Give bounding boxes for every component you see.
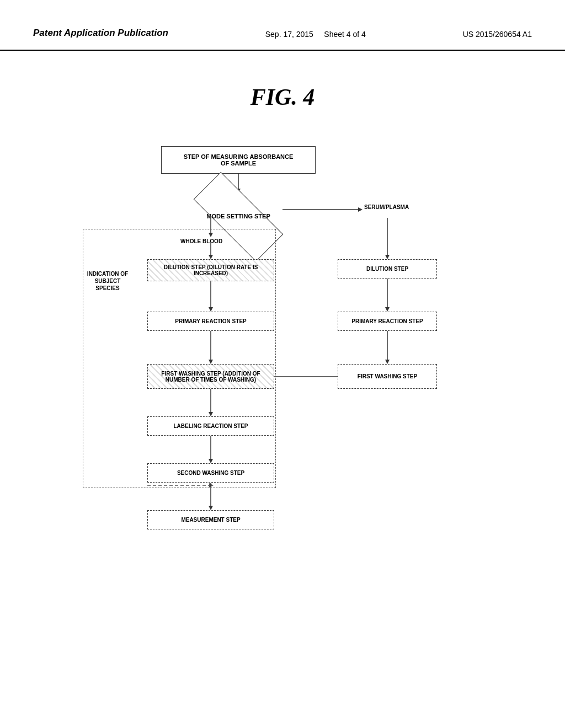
figure-title: FIG. 4 <box>0 84 565 110</box>
svg-marker-11 <box>385 307 390 312</box>
publication-date: Sep. 17, 2015 Sheet 4 of 4 <box>265 28 366 39</box>
indication-label: INDICATION OF SUBJECT SPECIES <box>83 270 132 292</box>
flowchart: STEP OF MEASURING ABSORBANCE OF SAMPLE M… <box>67 132 498 629</box>
indication-border <box>83 229 276 488</box>
first-washing-right: FIRST WASHING STEP <box>338 364 437 389</box>
dilution-step-right: DILUTION STEP <box>338 259 437 279</box>
svg-marker-7 <box>358 207 363 212</box>
header: Patent Application Publication Sep. 17, … <box>0 0 565 51</box>
svg-marker-9 <box>385 255 390 259</box>
measurement-step: MEASUREMENT STEP <box>147 510 274 529</box>
publication-title: Patent Application Publication <box>33 28 168 39</box>
patent-number: US 2015/260654 A1 <box>463 28 532 39</box>
page: Patent Application Publication Sep. 17, … <box>0 0 565 728</box>
start-box: STEP OF MEASURING ABSORBANCE OF SAMPLE <box>161 146 316 174</box>
svg-marker-27 <box>209 506 213 510</box>
primary-reaction-right: PRIMARY REACTION STEP <box>338 312 437 331</box>
svg-marker-13 <box>385 360 390 364</box>
serum-plasma-label: SERUM/PLASMA <box>364 204 409 210</box>
